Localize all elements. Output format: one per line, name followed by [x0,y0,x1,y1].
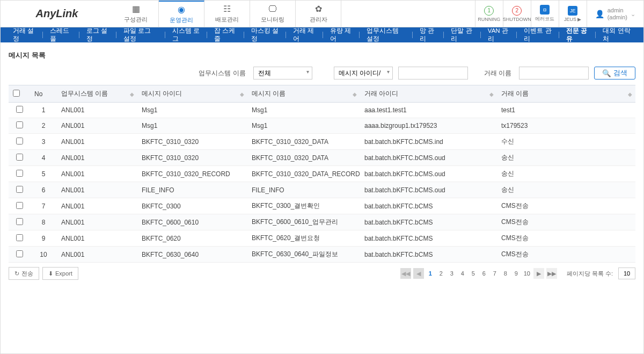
header-right: 1RUNNING2SHUTDOWN◘에러코드JEJEUS ▶ [475,1,587,27]
table-row[interactable]: 3ANL001BKFTC_0310_0320BKFTC_0310_0320_DA… [9,134,635,150]
user-name: admin [608,7,627,14]
page-8[interactable]: 8 [501,270,510,277]
page-prev[interactable]: ◀ [413,268,424,279]
biz-filter-label: 업무시스템 이름 [199,69,245,78]
table-row[interactable]: 4ANL001BKFTC_0310_0320BKFTC_0310_0320_DA… [9,150,635,166]
cell-no: 1 [30,103,57,118]
cell-txname: tx179523 [497,118,635,134]
search-button[interactable]: 🔍 검색 [594,67,635,80]
status-label: RUNNING [478,17,500,22]
user-menu[interactable]: 👤 admin (admin) ⌄ [587,1,643,27]
cell-txid: aaa.test1.test1 [360,103,497,118]
main-tab-배포관리[interactable]: ☷배포관리 [204,1,250,27]
sub-nav: 거래 설정스레드 풀로그 설정파일 로그 설정시스템 로그잡 스케줄마스킹 설정… [1,27,643,42]
table-row[interactable]: 8ANL001BKFTC_0600_0610BKFTC_0600_0610_업무… [9,214,635,230]
row-checkbox[interactable] [16,202,23,209]
user-sub: (admin) [608,14,627,21]
row-checkbox[interactable] [16,218,23,225]
page-10[interactable]: 10 [523,270,531,277]
col-msgname[interactable]: 메시지 이름◆ [247,85,360,103]
select-all-checkbox[interactable] [13,90,20,97]
page-6[interactable]: 6 [480,270,488,277]
main-tab-구성관리[interactable]: ▦구성관리 [113,1,159,27]
table-row[interactable]: 6ANL001FILE_INFOFILE_INFObat.batch.bKFTC… [9,182,635,198]
table-row[interactable]: 5ANL001BKFTC_0310_0320_RECORDBKFTC_0310_… [9,166,635,182]
sub-nav-대외 연락처[interactable]: 대외 연락처 [596,27,638,43]
sub-nav-이벤트 관리[interactable]: 이벤트 관리 [517,27,559,43]
main-tab-관리자[interactable]: ✿관리자 [296,1,341,27]
sub-nav-거래 설정[interactable]: 거래 설정 [6,27,43,43]
status-SHUTDOWN[interactable]: 2SHUTDOWN [503,1,531,27]
page-1[interactable]: 1 [426,270,435,277]
page-first[interactable]: ◀◀ [400,268,411,279]
status-JEUS ▶[interactable]: JEJEUS ▶ [559,1,587,27]
row-checkbox[interactable] [16,121,23,128]
col-txid[interactable]: 거래 아이디◆ [360,85,497,103]
sub-nav-시스템 로그[interactable]: 시스템 로그 [165,27,208,43]
cell-msgname: FILE_INFO [247,182,360,198]
sub-nav-단말 관리[interactable]: 단말 관리 [444,27,481,43]
sub-nav-전문 공유[interactable]: 전문 공유 [559,27,596,43]
content: 메시지 목록 업무시스템 이름 거래 이름 🔍 검색 No [1,42,643,292]
table-row[interactable]: 7ANL001BKFTC_0300BKFTC_0300_결번확인bat.batc… [9,198,635,214]
row-checkbox[interactable] [16,186,23,193]
sub-nav-업무시스템 설정[interactable]: 업무시스템 설정 [360,27,412,43]
table-row[interactable]: 10ANL001BKFTC_0630_0640BKFTC_0630_0640_파… [9,247,635,263]
col-check [9,85,30,103]
main-tab-모니터링[interactable]: 🖵모니터링 [250,1,296,27]
row-checkbox[interactable] [16,250,23,257]
col-msgid[interactable]: 메시지 아이디◆ [137,85,247,103]
status-RUNNING[interactable]: 1RUNNING [475,1,503,27]
status-에러코드[interactable]: ◘에러코드 [531,1,559,27]
sub-nav-망 관리[interactable]: 망 관리 [413,27,444,43]
col-no[interactable]: No [30,85,57,103]
tab-label: 배포관리 [215,16,239,24]
cell-msgid: Msg1 [137,103,247,118]
tx-search-input[interactable] [519,67,589,80]
filters: 업무시스템 이름 거래 이름 🔍 검색 [9,67,635,80]
col-biz[interactable]: 업무시스템 이름◆ [57,85,137,103]
sub-nav-파일 로그 설정[interactable]: 파일 로그 설정 [116,27,165,43]
table-row[interactable]: 1ANL001Msg1Msg1aaa.test1.test1test1 [9,103,635,118]
page-7[interactable]: 7 [491,270,499,277]
row-checkbox[interactable] [16,154,23,161]
page-3[interactable]: 3 [448,270,456,277]
status-label: SHUTDOWN [503,17,531,22]
row-checkbox[interactable] [16,138,23,145]
sub-nav-스레드 풀[interactable]: 스레드 풀 [43,27,80,43]
cell-msgname: BKFTC_0310_0320_DATA_RECORD [247,166,360,182]
sub-nav-거래 제어[interactable]: 거래 제어 [286,27,323,43]
tx-filter-label: 거래 이름 [484,69,511,78]
biz-select[interactable] [253,67,312,80]
tab-icon: ☷ [223,4,231,14]
send-button[interactable]: ↻ 전송 [9,267,39,280]
msg-type-select[interactable] [334,67,393,80]
page-9[interactable]: 9 [512,270,521,277]
sub-nav-VAN 관리[interactable]: VAN 관리 [481,27,517,43]
page-5[interactable]: 5 [469,270,478,277]
col-txname[interactable]: 거래 이름◆ [497,85,635,103]
table-row[interactable]: 9ANL001BKFTC_0620BKFTC_0620_결번요청bat.batc… [9,230,635,247]
msg-search-input[interactable] [398,67,468,80]
download-icon: ⬇ [48,270,53,277]
msg-type-select-wrap [334,67,393,80]
sub-nav-잡 스케줄[interactable]: 잡 스케줄 [207,27,244,43]
main-tab-운영관리[interactable]: ◉운영관리 [159,1,204,27]
page-2[interactable]: 2 [437,270,445,277]
page-next[interactable]: ▶ [533,268,544,279]
row-checkbox[interactable] [16,170,23,177]
page-4[interactable]: 4 [458,270,467,277]
page-last[interactable]: ▶▶ [546,268,557,279]
sub-nav-유량 제어[interactable]: 유량 제어 [323,27,360,43]
sub-nav-로그 설정[interactable]: 로그 설정 [79,27,116,43]
cell-biz: ANL001 [57,247,137,263]
sub-nav-마스킹 설정[interactable]: 마스킹 설정 [244,27,287,43]
tab-label: 구성관리 [124,16,148,24]
cell-msgid: BKFTC_0310_0320 [137,134,247,150]
export-button[interactable]: ⬇ Export [42,267,78,280]
table-row[interactable]: 2ANL001Msg1Msg1aaaa.bizgroup1.tx179523tx… [9,118,635,134]
cell-msgname: Msg1 [247,103,360,118]
row-checkbox[interactable] [16,234,23,241]
row-checkbox[interactable] [16,106,23,113]
page-size-input[interactable] [618,268,635,279]
